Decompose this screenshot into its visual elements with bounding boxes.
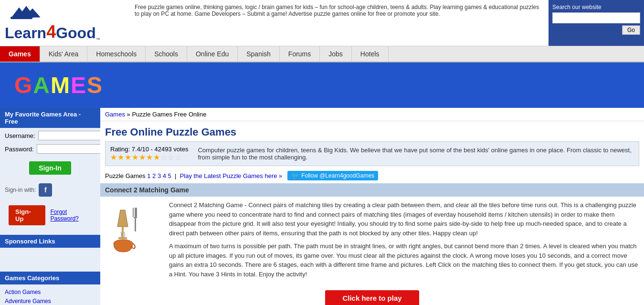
sidebar: My Favorite Games Area - Free Username: … bbox=[0, 108, 100, 305]
rating-description: Computer puzzle games for children, teen… bbox=[193, 147, 634, 161]
signup-row: Sign-Up Forgot Password? bbox=[0, 200, 100, 230]
signin-with-row: Sign-in with: f bbox=[0, 181, 100, 200]
game-description-area: Connect 2 Matching Game - Connect pairs … bbox=[169, 200, 639, 283]
breadcrumb-games-link[interactable]: Games bbox=[105, 111, 125, 118]
signin-with-label: Sign-in with: bbox=[5, 187, 36, 193]
nav-item-hotels[interactable]: Hotels bbox=[352, 46, 389, 62]
game-icon-area bbox=[105, 200, 162, 283]
rating-label: Rating: bbox=[110, 146, 130, 153]
sponsored-links-title: Sponsored Links bbox=[0, 235, 100, 248]
game-thumbnail-icon bbox=[105, 200, 158, 253]
sponsored-content bbox=[0, 248, 100, 267]
list-item: Action Games bbox=[5, 287, 95, 296]
rating-bar: Rating: 7.4/10 - 42493 votes ★★★★★★★☆☆☆ … bbox=[105, 141, 639, 166]
logo-4-text: 4 bbox=[46, 22, 56, 42]
header: Learn 4 Good ™ Free puzzle games online,… bbox=[0, 0, 644, 46]
adventure-games-link[interactable]: Adventure Games bbox=[5, 298, 51, 305]
nav-item-spanish[interactable]: Spanish bbox=[238, 46, 280, 62]
forgot-password-link[interactable]: Forgot Password? bbox=[50, 209, 96, 222]
m-letter: M bbox=[51, 73, 71, 98]
nav-item-kids-area[interactable]: Kids' Area bbox=[40, 46, 88, 62]
nav-item-homeschools[interactable]: Homeschools bbox=[87, 46, 146, 62]
username-field-row: Username: bbox=[0, 128, 100, 141]
games-title: GAMES bbox=[14, 72, 630, 98]
logo-hats-icon bbox=[5, 4, 48, 22]
tagline-area: Free puzzle games online, thinking games… bbox=[129, 0, 549, 46]
page-4-link[interactable]: 4 bbox=[163, 172, 166, 179]
game-section-title: Connect 2 Matching Game bbox=[100, 183, 644, 197]
username-label: Username: bbox=[5, 132, 35, 139]
logo-tm: ™ bbox=[96, 37, 100, 42]
svg-rect-11 bbox=[136, 208, 137, 217]
svg-rect-10 bbox=[133, 208, 134, 217]
twitter-follow-button[interactable]: 🐦 Follow @Learn4goodGames bbox=[287, 171, 378, 180]
twitter-follow-label: Follow @Learn4goodGames bbox=[301, 172, 374, 179]
list-item: Adventure Games bbox=[5, 296, 95, 305]
games-categories-title: Games Categories bbox=[0, 272, 100, 284]
signin-button[interactable]: Sign-In bbox=[29, 161, 71, 175]
rating-section: Rating: 7.4/10 - 42493 votes ★★★★★★★☆☆☆ bbox=[110, 146, 188, 162]
nav-item-jobs[interactable]: Jobs bbox=[320, 46, 352, 62]
a-letter: A bbox=[33, 73, 51, 98]
logo-good-text: Good bbox=[56, 24, 96, 42]
game-desc-paragraph-1: Connect 2 Matching Game - Connect pairs … bbox=[169, 200, 639, 238]
svg-rect-5 bbox=[24, 17, 32, 19]
logo-learn-text: Learn bbox=[5, 24, 46, 42]
facebook-signin-icon[interactable]: f bbox=[39, 183, 52, 197]
page-links-prefix: Puzzle Games bbox=[105, 172, 146, 179]
page-title: Free Online Puzzle Games bbox=[100, 121, 644, 141]
logo-area: Learn 4 Good ™ bbox=[0, 0, 129, 46]
nav-item-games[interactable]: Games bbox=[0, 46, 40, 62]
stars-full: ★★★★★★★ bbox=[110, 153, 160, 161]
game-desc-paragraph-2: A maximum of two turns is possible per p… bbox=[169, 242, 639, 279]
breadcrumb: Games » Puzzle Games Free Online bbox=[100, 108, 644, 121]
games-banner: GAMES bbox=[0, 63, 644, 108]
main-area: My Favorite Games Area - Free Username: … bbox=[0, 108, 644, 305]
search-area: Search our website Go bbox=[549, 0, 644, 46]
e-letter: E bbox=[71, 73, 87, 98]
page-3-link[interactable]: 3 bbox=[158, 172, 161, 179]
svg-rect-9 bbox=[135, 208, 136, 231]
password-label: Password: bbox=[5, 146, 34, 153]
pagination-row: Puzzle Games 1 2 3 4 5 | Play the Latest… bbox=[100, 171, 644, 183]
nav-bar: Games Kids' Area Homeschools Schools Onl… bbox=[0, 46, 644, 63]
page-1-link[interactable]: 1 bbox=[147, 172, 150, 179]
nav-item-schools[interactable]: Schools bbox=[146, 46, 187, 62]
latest-puzzle-link[interactable]: Play the Latest Puzzle Games here » bbox=[180, 172, 283, 179]
twitter-bird-icon: 🐦 bbox=[291, 172, 299, 179]
page-2-link[interactable]: 2 bbox=[152, 172, 156, 179]
svg-rect-8 bbox=[118, 237, 127, 239]
rating-value: 7.4/10 bbox=[132, 146, 149, 153]
go-button[interactable]: Go bbox=[622, 25, 640, 35]
breadcrumb-sep: » bbox=[127, 111, 130, 118]
password-field-row: Password: bbox=[0, 141, 100, 155]
s-letter: S bbox=[87, 73, 103, 98]
svg-marker-6 bbox=[117, 210, 128, 227]
search-label: Search our website bbox=[552, 4, 640, 11]
play-button-area: Click here to play bbox=[100, 283, 644, 305]
breadcrumb-current: Puzzle Games Free Online bbox=[132, 111, 206, 118]
svg-rect-7 bbox=[122, 227, 124, 237]
game-content-area: Connect 2 Matching Game - Connect pairs … bbox=[100, 200, 644, 283]
svg-rect-12 bbox=[134, 217, 137, 218]
search-input[interactable] bbox=[552, 12, 640, 23]
signup-button[interactable]: Sign-Up bbox=[9, 205, 45, 225]
nav-item-online-edu[interactable]: Online Edu bbox=[187, 46, 238, 62]
play-button[interactable]: Click here to play bbox=[325, 290, 419, 305]
action-games-link[interactable]: Action Games bbox=[5, 289, 41, 295]
stars-empty: ☆☆☆ bbox=[160, 153, 182, 161]
nav-item-forums[interactable]: Forums bbox=[280, 46, 320, 62]
content-area: Games » Puzzle Games Free Online Free On… bbox=[100, 108, 644, 305]
fav-games-title: My Favorite Games Area - Free bbox=[0, 108, 100, 128]
tagline-text: Free puzzle games online, thinking games… bbox=[135, 4, 543, 17]
g-letter: G bbox=[14, 73, 33, 98]
category-list: Action Games Adventure Games Alien / Spa… bbox=[0, 284, 100, 305]
rating-votes: 42493 votes bbox=[155, 146, 189, 153]
page-5-link[interactable]: 5 bbox=[168, 172, 171, 179]
